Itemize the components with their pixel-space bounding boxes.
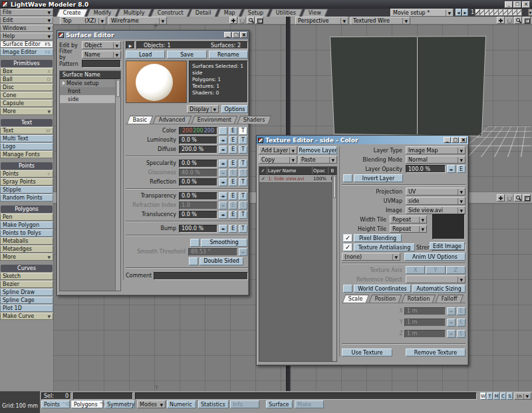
- tab-advanced[interactable]: Advanced: [153, 116, 192, 124]
- height-tile-dropdown[interactable]: Repeat: [390, 225, 427, 233]
- surface-list-item-front[interactable]: front: [60, 87, 120, 95]
- copy-dropdown[interactable]: Copy: [259, 156, 297, 164]
- view-type-dropdown-topleft[interactable]: Top (XZ): [60, 17, 106, 25]
- width-tile-dropdown[interactable]: Repeat: [390, 215, 427, 223]
- pixel-blending-button[interactable]: Pixel Blending: [354, 234, 402, 242]
- layer-row[interactable]: ✓ 1: Side view.avi 100% N: [259, 175, 336, 183]
- sidebar-item-ball[interactable]: BallO: [0, 76, 53, 83]
- numeric-button[interactable]: Numericn: [167, 400, 196, 408]
- tab-setup[interactable]: Setup: [241, 9, 270, 17]
- mini-slider-icon[interactable]: [219, 211, 227, 219]
- maximize-icon[interactable]: [232, 32, 239, 38]
- sidebar-item-metaedges[interactable]: Metaedges: [0, 245, 53, 253]
- preview-options-icon[interactable]: [126, 41, 135, 49]
- object-selector-dropdown[interactable]: Movie setup *: [390, 9, 454, 17]
- texture-button[interactable]: T: [239, 211, 247, 219]
- view-type-dropdown-topright[interactable]: Perspective: [295, 17, 348, 25]
- surface-editor-titlebar[interactable]: Surface Editor: [57, 31, 249, 39]
- prev-layer-icon[interactable]: [456, 9, 462, 16]
- invert-layer-button[interactable]: Invert Layer: [354, 174, 403, 182]
- texture-editor-titlebar[interactable]: Texture Editor - side - Color: [257, 136, 468, 144]
- envelope-button[interactable]: E: [229, 211, 237, 219]
- tab-map[interactable]: Map: [217, 9, 243, 17]
- transparency-field[interactable]: 0.0 %: [179, 192, 217, 200]
- filter-by-dropdown[interactable]: Name: [82, 51, 121, 59]
- close-icon[interactable]: [240, 32, 247, 38]
- smoothing-checkbox[interactable]: [190, 239, 200, 247]
- translucency-field[interactable]: 0.0 %: [179, 211, 217, 219]
- sidebar-item-surface-editor[interactable]: Surface EditorF5: [0, 41, 53, 48]
- texture-button[interactable]: T: [239, 225, 247, 233]
- layer-enabled-check-icon[interactable]: ✓: [259, 175, 267, 182]
- mini-slider-icon[interactable]: [219, 178, 227, 186]
- maximize-viewport-icon[interactable]: [255, 17, 263, 24]
- texture-button[interactable]: T: [239, 178, 247, 186]
- pan-icon[interactable]: [497, 17, 505, 24]
- texture-antialiasing-checkbox[interactable]: [343, 243, 352, 251]
- sidebar-item-bezier[interactable]: Bezier: [0, 281, 53, 288]
- sidebar-item-spray-points[interactable]: Spray Points: [0, 178, 53, 186]
- layer-bank-dropdown-icon[interactable]: [528, 9, 532, 16]
- paste-dropdown[interactable]: Paste: [299, 156, 337, 164]
- sidebar-item-box[interactable]: BoxX: [0, 68, 53, 75]
- maximize-icon[interactable]: [452, 137, 459, 143]
- maximize-viewport-icon[interactable]: [523, 194, 531, 202]
- scrollbar[interactable]: [332, 175, 336, 361]
- smoothing-button[interactable]: Smoothing: [201, 239, 247, 247]
- rename-button[interactable]: Rename: [209, 51, 248, 59]
- edit-by-dropdown[interactable]: Object: [82, 41, 121, 49]
- automatic-sizing-button[interactable]: Automatic Sizing: [412, 285, 466, 293]
- texture-antialiasing-button[interactable]: Texture Antialiasing: [354, 243, 415, 251]
- texture-button[interactable]: T: [239, 192, 247, 200]
- remove-texture-button[interactable]: Remove Texture: [406, 348, 466, 356]
- invert-layer-checkbox[interactable]: [343, 174, 352, 182]
- surface-list-item-side[interactable]: side: [60, 95, 120, 103]
- envelope-button[interactable]: E: [457, 165, 466, 173]
- envelope-button[interactable]: E: [229, 146, 237, 154]
- sidebar-item-text[interactable]: TextW: [0, 127, 53, 134]
- tab-view[interactable]: View: [302, 9, 329, 17]
- vmap-selection-button[interactable]: S: [507, 392, 513, 400]
- sidebar-item-sketch[interactable]: Sketch: [0, 273, 53, 280]
- expand-triangle-icon[interactable]: [63, 81, 65, 85]
- anim-uv-options-button[interactable]: Anim UV Options: [404, 253, 466, 261]
- display-dropdown[interactable]: Display: [187, 105, 219, 113]
- sidebar-item-image-editor[interactable]: Image EditorF6: [0, 49, 53, 56]
- tab-scale[interactable]: Scale: [342, 295, 369, 303]
- bump-field[interactable]: 100.0 %: [179, 225, 217, 233]
- pan-icon[interactable]: [229, 17, 237, 24]
- sidebar-item-more-primitives[interactable]: More: [0, 108, 53, 115]
- texture-button[interactable]: T: [239, 146, 247, 154]
- render-mode-dropdown-topright[interactable]: Textured Wire: [350, 17, 410, 25]
- sidebar-item-points-to-polys[interactable]: Points to Polys: [0, 229, 53, 237]
- minimize-icon[interactable]: [444, 137, 451, 143]
- scrollbar-thumb[interactable]: [333, 176, 336, 198]
- image-dropdown[interactable]: Side view.avi: [406, 206, 466, 214]
- layer-type-dropdown[interactable]: Image Map: [406, 146, 466, 154]
- envelope-button[interactable]: E: [229, 127, 237, 135]
- scrollbar[interactable]: [115, 79, 120, 291]
- polygons-mode-button[interactable]: Polygons^H: [71, 400, 103, 408]
- add-layer-dropdown[interactable]: Add Layer: [259, 146, 297, 154]
- uvmap-dropdown[interactable]: side: [406, 197, 466, 205]
- sidebar-item-stipple[interactable]: Stipple: [0, 186, 53, 194]
- blending-mode-dropdown[interactable]: Normal: [406, 156, 466, 164]
- tab-shaders[interactable]: Shaders: [237, 116, 271, 124]
- color-value-field[interactable]: 200200200: [179, 127, 217, 135]
- remove-layer-button[interactable]: Remove Layer: [299, 146, 337, 154]
- double-sided-checkbox[interactable]: [189, 257, 198, 265]
- vmap-morph-button[interactable]: M: [493, 392, 499, 400]
- options-button[interactable]: Options: [221, 105, 248, 113]
- sidebar-item-points[interactable]: Points+: [0, 170, 53, 178]
- color-swatch-button[interactable]: [219, 127, 227, 135]
- envelope-button[interactable]: E: [229, 160, 237, 168]
- surface-list-object[interactable]: Movie setup: [60, 79, 120, 87]
- scrollbar-thumb[interactable]: [116, 80, 120, 97]
- layer-cell[interactable]: [517, 9, 522, 16]
- mini-slider-icon[interactable]: [219, 160, 227, 168]
- tab-multiply[interactable]: Multiply: [117, 9, 152, 17]
- sidebar-menu-windows[interactable]: Windows: [0, 25, 53, 32]
- sidebar-item-disc[interactable]: Disc: [0, 84, 53, 91]
- load-button[interactable]: Load: [126, 51, 165, 59]
- tab-detail[interactable]: Detail: [189, 9, 218, 17]
